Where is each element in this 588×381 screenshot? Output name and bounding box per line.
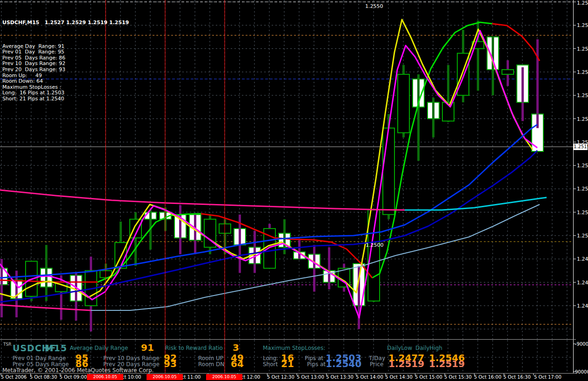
pane-label: Pips at [307,361,326,368]
pane-label: Prev 20 Days Range [103,361,160,368]
pane-label: Room DN [198,361,224,368]
info-line: Prev 20 Days Range: 93 [2,67,129,73]
pane-label: Prev 01 Day Range [13,355,66,361]
metatrader-window: USDCHF,M15 1.2527 1.2529 1.2519 1.2519 A… [0,0,588,381]
pane-period: M15 [45,343,67,353]
price-axis-label: 1.2540 [577,46,588,52]
indicator-band-pink-top [0,190,405,210]
price-axis-label: 1.2485 [577,303,588,309]
time-axis-label: 5 Oct 15:00 [415,374,442,380]
pane-label: DailyLow [387,345,412,351]
time-axis-label: 5 Oct 16:30 [503,374,531,380]
pane-label: DailyHigh [415,345,442,351]
price-axis-label: 1.2535 [577,69,588,75]
chart-info-overlay: USDCHF,M15 1.2527 1.2529 1.2519 1.2519 A… [2,2,129,102]
info-line: Prev 01 Day Range: 95 [2,49,129,55]
time-axis-label: 5 Oct 14:30 [385,374,413,380]
pane-label: Room UP [198,355,223,361]
candle-body-up[interactable] [502,70,514,74]
price-axis-label: 1.2515 [577,163,588,169]
pane-value: 1.2519 [388,360,424,368]
pane-value: 3 [233,343,239,352]
pane-value: 64 [231,360,244,368]
price-axis-label: 1.2490 [577,280,588,286]
pane-axis-bottom-value: 9000000 [575,369,588,374]
pane-label: Pips at [305,355,323,361]
pane-label: Price [370,361,383,368]
pane-value: 1.2540 [326,360,361,368]
time-axis-label: ct 11:00 [181,374,200,380]
candle-body-up[interactable] [398,74,409,133]
info-line: Short: 21 Pips at 1.2540 [2,96,129,102]
pane-label: Average Daily Range [70,345,128,351]
pane-label: T/Day [369,355,385,361]
time-axis-label: 5 Oct 2006 [1,374,27,380]
time-axis-label: 5 Oct 16:00 [474,374,501,380]
time-axis-label: 5 Oct 17:00 [534,374,561,380]
pane-value: 91 [141,343,154,352]
pane-label: Short [263,361,278,368]
copyright-text: MetaTrader, © 2001-2006 MetaQuotes Softw… [2,367,154,374]
pane-value: 93 [164,360,177,368]
time-axis-label: 5 Oct 12:30 [267,374,294,380]
pane-label: Prev 05 Days Range [13,361,69,368]
indicator-band-cyan [405,197,547,210]
price-axis-label: 1.2545 [577,22,588,28]
level-label-12550: 1.2550 [365,3,383,9]
indicator-slow-trend-down-3 [492,24,540,61]
pane-label: Risk to Reward Ratio [165,345,223,351]
current-price-tag: 1.2519 [574,144,588,150]
pane-value: 21 [281,360,294,368]
time-axis-label: 5 Oct 13:00 [297,374,324,380]
pane-label: Long: [263,355,278,361]
price-axis-label: 1.2525 [577,116,588,122]
chart-title-ohlc: USDCHF,M15 1.2527 1.2529 1.2519 1.2519 [2,20,129,26]
pane-indicator-name: TSR [3,342,11,347]
vline-time-tag: 2006.10.05 10:45 [147,374,183,380]
time-axis-label: 5 Oct 15:30 [444,374,472,380]
pane-label: Maximum StopLosses: [263,345,325,351]
time-axis-label: 5 Oct 09:00 [60,374,87,380]
time-axis-label: 5 Oct 14:00 [356,374,383,380]
vline-time-tag: 2006.10.05 11:45 [206,374,242,380]
vline-time-tag: 2006.10.05 09:45 [87,374,123,380]
pane-label: Prev 10 Days Range [103,355,160,361]
time-axis-label: ct 12:00 [241,374,260,380]
price-axis-label: 1.2530 [577,92,588,99]
info-line: Room Down: 64 [2,79,129,85]
time-axis-label: 5 Oct 08:30 [30,374,57,380]
price-axis-label: 1.2505 [577,210,588,216]
pane-axis-top-value: -900000 [575,342,588,347]
price-axis-label: 1.2500 [577,233,588,239]
price-axis-label: 1.2495 [577,256,588,262]
price-axis-label: 1.2550 [577,0,588,6]
level-label-12500: 1.2500 [366,242,384,248]
time-axis-label: ct 10:00 [122,374,141,380]
candle-body-up[interactable] [383,128,394,215]
price-axis-label: 1.2510 [577,186,588,192]
pane-value: 1.2519 [429,360,465,368]
time-axis-label: 5 Oct 13:30 [326,374,354,380]
